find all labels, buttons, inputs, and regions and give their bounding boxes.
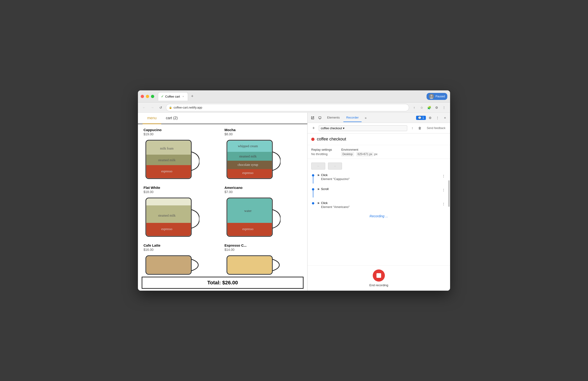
svg-text:water: water bbox=[244, 209, 251, 213]
toolbar-icons: ↑ ☆ 🧩 ⚙ ⋮ bbox=[411, 104, 447, 111]
environment-label: Environment bbox=[341, 148, 378, 151]
coffee-item-cafelatte[interactable]: Cafe Latte $16.00 bbox=[144, 243, 221, 277]
share-icon[interactable]: ↑ bbox=[411, 104, 418, 111]
reload-button[interactable]: ↺ bbox=[157, 104, 164, 111]
end-recording-area: End recording bbox=[308, 265, 450, 291]
svg-text:milk foam: milk foam bbox=[160, 147, 173, 150]
step-scroll[interactable]: ▶ Scroll ⋮ bbox=[308, 185, 450, 199]
svg-rect-35 bbox=[146, 256, 191, 274]
step-dot-line bbox=[311, 188, 315, 198]
coffee-item-espressoc[interactable]: Espresso C... $14.00 bbox=[225, 243, 302, 277]
item-price: $19.00 bbox=[144, 132, 221, 136]
scrollbar[interactable] bbox=[448, 180, 450, 207]
step-more-button[interactable]: ⋮ bbox=[441, 187, 446, 193]
recording-title: coffee checkout bbox=[308, 133, 450, 145]
recording-name: coffee checkout bbox=[317, 137, 346, 141]
coffee-item-americano[interactable]: Americano $7.00 water espresso bbox=[225, 186, 302, 240]
step-line bbox=[313, 177, 313, 183]
devtools-toolbar: Elements Recorder » 💬 1 ⚙ ⋮ × bbox=[308, 113, 450, 123]
mocha-cup: whipped cream steamed milk chocolate syr… bbox=[225, 138, 280, 181]
coffee-item-flatwhite[interactable]: Flat White $18.00 steamed mil bbox=[144, 186, 221, 240]
inspect-icon[interactable] bbox=[309, 115, 316, 121]
chat-badge[interactable]: 💬 1 bbox=[416, 116, 426, 120]
step-dot bbox=[312, 188, 314, 191]
title-bar: ✓ Coffee cart × + Paused bbox=[138, 90, 450, 102]
svg-point-0 bbox=[431, 95, 432, 97]
total-banner: Total: $26.00 bbox=[142, 277, 304, 289]
step-click-americano[interactable]: ▶ Click Element "Americano" ⋮ bbox=[308, 199, 450, 211]
recording-dropdown[interactable]: coffee checkout ▾ bbox=[319, 125, 407, 131]
lock-icon: 🔒 bbox=[169, 106, 172, 109]
step-more-button[interactable]: ⋮ bbox=[441, 201, 446, 207]
nav-menu[interactable]: menu bbox=[143, 113, 161, 124]
svg-rect-38 bbox=[227, 256, 272, 274]
tab-close-button[interactable]: × bbox=[181, 95, 185, 98]
send-feedback-button[interactable]: Send feedback bbox=[425, 125, 447, 131]
paused-badge[interactable]: Paused bbox=[427, 93, 447, 100]
step-header: ▶ Scroll bbox=[318, 187, 438, 191]
svg-point-1 bbox=[430, 97, 433, 99]
bookmark-icon[interactable]: ☆ bbox=[419, 104, 425, 111]
tab-favicon: ✓ bbox=[161, 95, 164, 98]
expand-icon[interactable]: ▶ bbox=[318, 201, 320, 204]
recorder-actions: ↑ 🗑 bbox=[409, 125, 423, 131]
back-button[interactable]: ← bbox=[141, 104, 147, 111]
expand-icon[interactable]: ▶ bbox=[318, 174, 320, 177]
coffee-menu: Cappucino $19.00 bbox=[138, 124, 307, 277]
close-devtools-button[interactable]: × bbox=[442, 115, 448, 121]
add-recording-button[interactable]: + bbox=[310, 125, 317, 131]
tab-bar: ✓ Coffee cart × + bbox=[158, 92, 427, 100]
export-icon: ↑ bbox=[411, 126, 413, 130]
forward-button[interactable]: → bbox=[149, 104, 156, 111]
step-header: ▶ Click bbox=[318, 173, 438, 177]
tab-title: Coffee cart bbox=[165, 95, 180, 98]
cafelatte-cup bbox=[144, 253, 199, 277]
item-name: Espresso C... bbox=[225, 243, 302, 247]
steps-area: ··· ··· ▶ Click Element "Cappucino" bbox=[308, 159, 450, 265]
recording-indicator: Recording ... bbox=[308, 211, 450, 222]
more-menu-icon[interactable]: ⋮ bbox=[441, 104, 447, 111]
settings-button[interactable]: ⚙ bbox=[427, 115, 433, 121]
svg-text:espresso: espresso bbox=[161, 170, 172, 173]
step-dot bbox=[312, 202, 314, 204]
tab-elements[interactable]: Elements bbox=[324, 113, 342, 122]
dropdown-label: coffee checkout bbox=[321, 126, 342, 130]
step-more-button[interactable]: ⋮ bbox=[441, 173, 446, 179]
coffee-page: menu cart (2) Cappucino $19.00 bbox=[138, 113, 308, 291]
end-recording-label: End recording bbox=[370, 283, 388, 287]
tab-recorder[interactable]: Recorder bbox=[343, 113, 361, 122]
close-button[interactable] bbox=[141, 95, 144, 98]
new-tab-button[interactable]: + bbox=[189, 93, 195, 100]
url-bar[interactable]: 🔒 coffee-cart.netlify.app bbox=[166, 104, 409, 111]
dropdown-chevron-icon: ▾ bbox=[343, 126, 345, 130]
step-content: ▶ Click Element "Cappucino" bbox=[318, 173, 438, 181]
coffee-nav: menu cart (2) bbox=[138, 113, 307, 124]
svg-rect-39 bbox=[319, 117, 321, 119]
svg-text:espresso: espresso bbox=[161, 227, 172, 231]
nav-cart[interactable]: cart (2) bbox=[161, 113, 182, 124]
step-type: Scroll bbox=[321, 187, 329, 191]
minimize-button[interactable] bbox=[146, 95, 149, 98]
step-type: Click bbox=[321, 201, 328, 205]
extensions-icon[interactable]: 🧩 bbox=[426, 104, 432, 111]
expand-icon[interactable]: ▶ bbox=[318, 187, 320, 191]
step-content: ▶ Click Element "Americano" bbox=[318, 201, 438, 209]
step-click-cappucino[interactable]: ▶ Click Element "Cappucino" ⋮ bbox=[308, 171, 450, 185]
svg-text:espresso: espresso bbox=[242, 171, 253, 175]
devtools-more-controls: 💬 1 ⚙ ⋮ × bbox=[416, 115, 448, 121]
coffee-item-mocha[interactable]: Mocha $8.00 wh bbox=[225, 128, 302, 182]
end-recording-button[interactable] bbox=[373, 269, 385, 281]
devtools-panel: Elements Recorder » 💬 1 ⚙ ⋮ × + coffee c bbox=[308, 113, 450, 291]
browser-tab[interactable]: ✓ Coffee cart × bbox=[158, 92, 188, 100]
step-type: Click bbox=[321, 173, 328, 177]
more-options-button[interactable]: ⋮ bbox=[434, 115, 441, 121]
devtools-icon[interactable]: ⚙ bbox=[433, 104, 440, 111]
export-button[interactable]: ↑ bbox=[409, 125, 416, 131]
coffee-item-cappucino[interactable]: Cappucino $19.00 bbox=[144, 128, 221, 182]
device-icon[interactable] bbox=[317, 115, 323, 121]
item-name: Mocha bbox=[225, 128, 302, 132]
delete-recording-button[interactable]: 🗑 bbox=[417, 125, 423, 131]
svg-text:steamed milk: steamed milk bbox=[158, 158, 175, 162]
maximize-button[interactable] bbox=[151, 95, 154, 98]
more-tabs-icon[interactable]: » bbox=[362, 115, 369, 121]
